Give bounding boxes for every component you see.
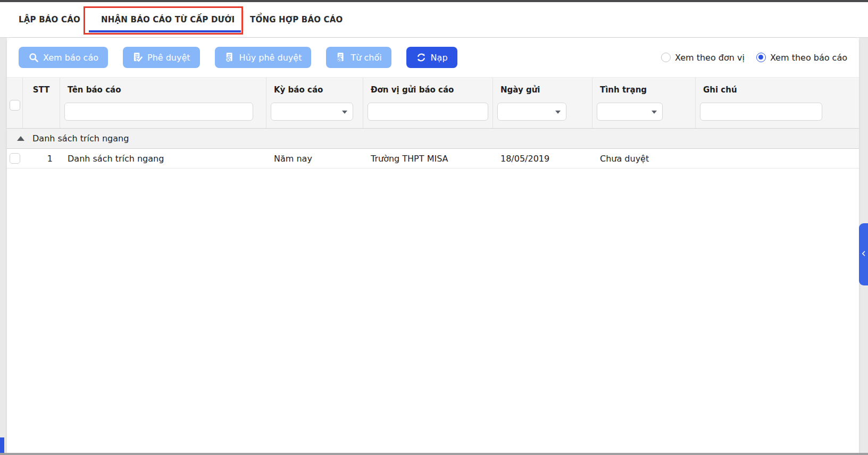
column-header-tinh-trang[interactable]: Tình trạng xyxy=(592,78,695,101)
load-button[interactable]: Nạp xyxy=(406,47,457,68)
header-col-ky-bao-cao: Kỳ báo cáo xyxy=(266,78,363,128)
radio-xem-theo-bao-cao[interactable]: Xem theo báo cáo xyxy=(756,53,847,63)
filter-ngay-gui-dropdown[interactable] xyxy=(497,103,566,121)
table-row[interactable]: 1 Danh sách trích ngang Năm nay Trường T… xyxy=(7,149,859,168)
header-col-ngay-gui: Ngày gửi xyxy=(493,78,592,128)
column-header-stt[interactable]: STT xyxy=(23,78,60,101)
main-content-card: Xem báo cáo Phê duyệt xyxy=(7,38,859,453)
empty-table-area xyxy=(7,168,859,453)
bottom-left-accent xyxy=(0,437,4,453)
unapprove-button[interactable]: Hủy phê duyệt xyxy=(215,47,312,68)
row-checkbox[interactable] xyxy=(10,153,20,164)
header-col-ghi-chu: Ghi chú xyxy=(696,78,859,128)
column-header-ngay-gui[interactable]: Ngày gửi xyxy=(493,78,592,101)
select-all-checkbox[interactable] xyxy=(10,100,20,111)
view-report-label: Xem báo cáo xyxy=(43,53,98,63)
cell-ngay-gui: 18/05/2019 xyxy=(493,154,592,164)
filter-tinh-trang-dropdown[interactable] xyxy=(597,103,663,121)
tab-separator xyxy=(84,11,85,31)
filter-don-vi-input[interactable] xyxy=(368,103,488,121)
chevron-down-icon xyxy=(652,111,657,114)
view-report-button[interactable]: Xem báo cáo xyxy=(19,47,108,68)
column-header-don-vi[interactable]: Đơn vị gửi báo cáo xyxy=(363,78,493,101)
toolbar: Xem báo cáo Phê duyệt xyxy=(7,38,859,77)
group-row[interactable]: Danh sách trích ngang xyxy=(7,129,859,149)
side-panel-toggle[interactable] xyxy=(859,223,868,285)
chevron-left-icon xyxy=(861,249,867,259)
column-header-ten-bao-cao[interactable]: Tên báo cáo xyxy=(60,78,266,101)
collapse-triangle-icon[interactable] xyxy=(17,136,24,141)
radio-xem-theo-don-vi[interactable]: Xem theo đơn vị xyxy=(661,53,745,63)
refresh-icon xyxy=(416,52,427,63)
column-header-ky-bao-cao[interactable]: Kỳ báo cáo xyxy=(266,78,363,101)
header-col-ten-bao-cao: Tên báo cáo xyxy=(60,78,266,128)
cell-ky-bao-cao: Năm nay xyxy=(266,154,363,164)
left-gutter xyxy=(0,38,7,453)
radio-label: Xem theo đơn vị xyxy=(675,53,745,63)
cell-stt: 1 xyxy=(23,154,60,164)
table-header: STT Tên báo cáo Kỳ báo cáo Đơn vị gửi bá… xyxy=(7,77,859,129)
reject-button[interactable]: Từ chối xyxy=(326,47,391,68)
filter-ten-bao-cao-input[interactable] xyxy=(64,103,253,121)
radio-unselected-icon[interactable] xyxy=(661,53,671,62)
view-mode-radio-group: Xem theo đơn vị Xem theo báo cáo xyxy=(661,53,847,63)
tab-lap-bao-cao[interactable]: LẬP BÁO CÁO xyxy=(19,2,80,37)
column-header-ghi-chu[interactable]: Ghi chú xyxy=(696,78,859,101)
search-icon xyxy=(28,52,39,63)
approve-label: Phê duyệt xyxy=(147,53,190,63)
chevron-down-icon xyxy=(342,111,347,114)
active-tab-underline xyxy=(89,30,241,32)
approve-document-icon xyxy=(132,52,143,63)
header-col-don-vi: Đơn vị gửi báo cáo xyxy=(363,78,493,128)
approve-button[interactable]: Phê duyệt xyxy=(123,47,200,68)
tab-tong-hop-bao-cao[interactable]: TỔNG HỢP BÁO CÁO xyxy=(250,2,343,37)
window-bottom-edge xyxy=(0,453,868,455)
tab-bar: LẬP BÁO CÁO NHẬN BÁO CÁO TỪ CẤP DƯỚI TỔN… xyxy=(0,2,868,38)
unapprove-label: Hủy phê duyệt xyxy=(239,53,302,63)
chevron-down-icon xyxy=(555,111,561,114)
header-col-checkbox xyxy=(7,78,23,128)
filter-ghi-chu-input[interactable] xyxy=(700,103,822,121)
radio-selected-icon[interactable] xyxy=(756,53,766,62)
filter-ky-bao-cao-dropdown[interactable] xyxy=(271,103,353,121)
cell-don-vi-gui: Trường THPT MISA xyxy=(363,154,493,164)
radio-label: Xem theo báo cáo xyxy=(770,53,847,63)
unapprove-document-icon xyxy=(224,52,235,63)
header-col-tinh-trang: Tình trạng xyxy=(592,78,696,128)
header-col-stt: STT xyxy=(23,78,60,128)
cell-tinh-trang: Chưa duyệt xyxy=(592,154,696,164)
tab-separator xyxy=(244,11,244,31)
reject-label: Từ chối xyxy=(350,53,381,63)
load-label: Nạp xyxy=(431,53,448,63)
reject-document-icon xyxy=(336,52,346,63)
cell-ten-bao-cao: Danh sách trích ngang xyxy=(60,154,266,164)
group-label: Danh sách trích ngang xyxy=(32,133,129,144)
